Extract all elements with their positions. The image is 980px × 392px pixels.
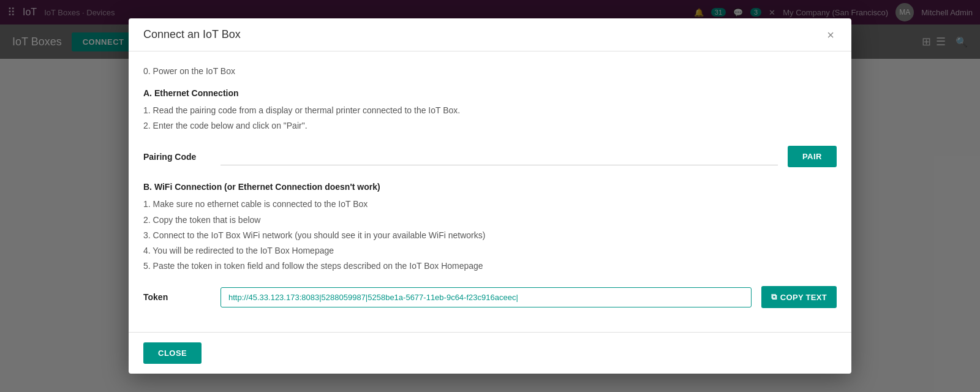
token-input[interactable] <box>221 287 752 307</box>
token-label: Token <box>143 292 211 302</box>
step-a1: 1. Read the pairing code from a display … <box>143 103 837 118</box>
modal-dialog: Connect an IoT Box × 0. Power on the IoT… <box>129 18 851 374</box>
step-b2: 2. Copy the token that is below <box>143 213 837 228</box>
section-a-steps: 1. Read the pairing code from a display … <box>143 103 837 134</box>
section-b-title: B. WiFi Connection (or Ethernet Connecti… <box>143 182 837 192</box>
step-a2: 2. Enter the code below and click on "Pa… <box>143 118 837 134</box>
step-b5: 5. Paste the token in token field and fo… <box>143 258 837 274</box>
token-row: Token ⧉ COPY TEXT <box>143 286 837 308</box>
step-zero: 0. Power on the IoT Box <box>143 66 837 76</box>
step-b3: 3. Connect to the IoT Box WiFi network (… <box>143 228 837 243</box>
modal-overlay: Connect an IoT Box × 0. Power on the IoT… <box>0 0 980 392</box>
pairing-code-input[interactable] <box>221 148 778 165</box>
modal-title: Connect an IoT Box <box>143 28 241 41</box>
pairing-code-label: Pairing Code <box>143 152 211 162</box>
pairing-row: Pairing Code PAIR <box>143 146 837 167</box>
copy-text-button[interactable]: ⧉ COPY TEXT <box>761 286 837 308</box>
modal-footer: CLOSE <box>129 332 851 374</box>
wifi-section: B. WiFi Connection (or Ethernet Connecti… <box>143 182 837 274</box>
step-b4: 4. You will be redirected to the IoT Box… <box>143 243 837 258</box>
copy-text-label: COPY TEXT <box>780 293 827 302</box>
modal-body: 0. Power on the IoT Box A. Ethernet Conn… <box>129 51 851 332</box>
section-b-steps: 1. Make sure no ethernet cable is connec… <box>143 197 837 274</box>
copy-icon: ⧉ <box>771 292 777 302</box>
pair-button[interactable]: PAIR <box>788 146 837 167</box>
step-b1: 1. Make sure no ethernet cable is connec… <box>143 197 837 212</box>
close-button[interactable]: CLOSE <box>143 342 202 364</box>
section-a-title: A. Ethernet Connection <box>143 88 837 98</box>
modal-close-button[interactable]: × <box>824 29 837 41</box>
modal-header: Connect an IoT Box × <box>129 18 851 51</box>
